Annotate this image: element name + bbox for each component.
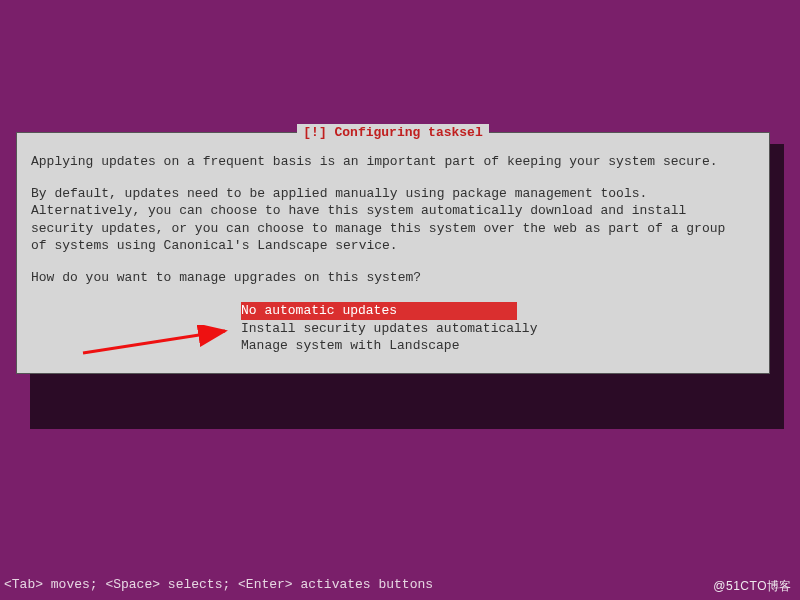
options-list: No automatic updates Install security up… — [241, 302, 755, 355]
option-install-security-updates[interactable]: Install security updates automatically — [241, 320, 755, 338]
tasksel-dialog: [!] Configuring tasksel Applying updates… — [16, 132, 770, 374]
dialog-title: [!] Configuring tasksel — [297, 124, 488, 142]
dialog-question: How do you want to manage upgrades on th… — [31, 269, 755, 287]
watermark: @51CTO博客 — [713, 578, 792, 594]
option-no-automatic-updates[interactable]: No automatic updates — [241, 302, 517, 320]
dialog-paragraph-2: By default, updates need to be applied m… — [31, 185, 755, 255]
option-manage-with-landscape[interactable]: Manage system with Landscape — [241, 337, 755, 355]
keyboard-hint-bar: <Tab> moves; <Space> selects; <Enter> ac… — [4, 576, 433, 594]
dialog-paragraph-1: Applying updates on a frequent basis is … — [31, 153, 755, 171]
